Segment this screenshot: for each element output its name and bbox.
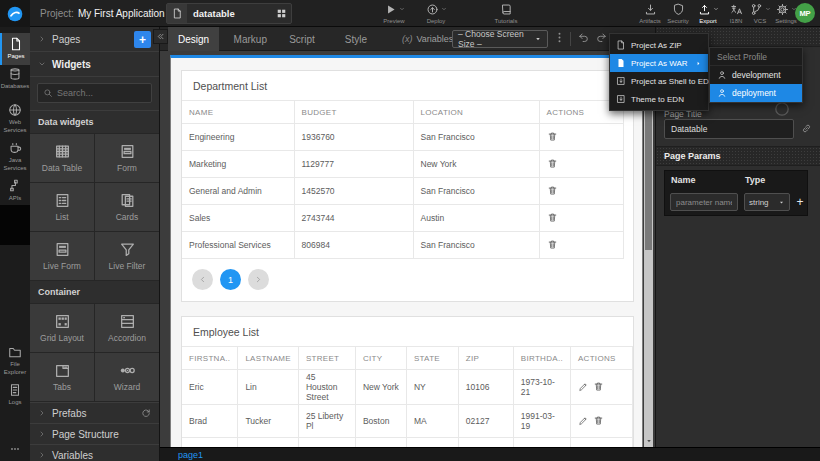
page-grid-icon[interactable] [271,8,291,19]
widget-tile-tabs[interactable]: Tabs [30,353,94,401]
delete-row-icon[interactable] [593,381,604,392]
redo-icon[interactable] [595,31,608,44]
table-row[interactable]: Engineering1936760San Francisco [182,124,623,151]
add-page-button[interactable]: + [134,31,151,48]
section-page-structure[interactable]: Page Structure [30,423,159,444]
column-header[interactable]: LASTNAME [238,347,299,370]
page-tab-page1[interactable]: page1 [178,450,203,460]
param-name-input[interactable] [670,193,738,211]
delete-row-icon[interactable] [547,185,558,196]
wgrid-icon [54,313,71,330]
delete-row-icon[interactable] [547,239,558,250]
refresh-icon[interactable] [141,408,151,418]
table-row[interactable]: Sales2743744Austin [182,205,623,232]
tab-script[interactable]: Script [279,27,325,51]
wform-icon [119,143,136,160]
undo-icon[interactable] [577,31,590,44]
section-prefabs[interactable]: Prefabs [30,402,159,423]
rail-item-logs[interactable]: Logs [0,383,30,407]
bind-link-icon[interactable] [801,123,812,134]
doc-icon [9,37,23,51]
column-header[interactable]: BUDGET [294,101,413,124]
tab-markup[interactable]: Markup [224,27,277,51]
department-panel[interactable]: Department List NAMEBUDGETLOCATIONACTION… [181,70,634,302]
pagination-next-button[interactable] [248,269,269,290]
pagination-prev-button[interactable] [192,269,213,290]
delete-row-icon[interactable] [547,212,558,223]
pages-section-header[interactable]: Pages + [30,27,159,52]
widget-tile-wizard[interactable]: Wizard [95,353,159,401]
more-options-icon[interactable] [553,31,566,44]
delete-row-icon[interactable] [547,158,558,169]
design-canvas-page[interactable]: Department List NAMEBUDGETLOCATIONACTION… [170,55,643,447]
user-avatar[interactable]: MP [795,3,815,23]
section-variables[interactable]: Variables [30,444,159,461]
canvas-scrollbar[interactable] [644,55,653,447]
column-header[interactable]: STATE [406,347,458,370]
rail-item-java-services[interactable]: Java Services [0,141,30,172]
table-row[interactable]: Marketing1129777New York [182,151,623,178]
widget-tile-live-filter[interactable]: Live Filter [95,232,159,280]
widget-tile-live-form[interactable]: Live Form [30,232,94,280]
employee-panel[interactable]: Employee List FIRSTNA..LASTNAMESTREETCIT… [181,316,634,447]
page-title-input[interactable] [664,119,794,139]
tab-design[interactable]: Design [168,27,219,51]
preview-button[interactable]: Preview [374,2,414,24]
deploy-button[interactable]: Deploy [416,2,456,24]
chevron-right-icon [38,35,46,43]
scroll-down-arrow[interactable] [644,436,653,446]
widget-tile-grid-layout[interactable]: Grid Layout [30,304,94,352]
screen-size-select[interactable]: – Choose Screen Size – [452,30,548,48]
edit-row-icon[interactable] [578,382,588,392]
submenu-item-deployment[interactable]: deployment [710,84,802,102]
table-row[interactable]: EricLin45 Houston StreetNew YorkNY101061… [182,370,633,405]
column-header[interactable]: STREET [298,347,355,370]
edit-row-icon[interactable] [578,416,588,426]
delete-row-icon[interactable] [547,131,558,142]
param-type-select[interactable]: string [744,193,790,211]
pagination-page-1[interactable]: 1 [220,269,241,290]
column-header[interactable]: BIRTHDA.. [513,347,570,370]
add-param-button[interactable]: + [793,193,807,211]
submenu-arrow-icon [695,60,702,67]
menu-item-project-as-shell-to-edn[interactable]: Project as Shell to EDN [610,72,708,90]
page-params-table: Name Type string + [664,170,808,216]
page-selector[interactable]: datatable [166,3,292,24]
employee-table[interactable]: FIRSTNA..LASTNAMESTREETCITYSTATEZIPBIRTH… [182,346,633,447]
column-header[interactable]: NAME [182,101,294,124]
widget-tile-list[interactable]: List [30,183,94,231]
table-row[interactable]: Professional Services806984San Francisco [182,232,623,259]
table-row[interactable]: BradTucker25 Liberty PlBostonMA021271991… [182,405,633,438]
wlist-icon [54,192,71,209]
widget-tile-data-table[interactable]: Data Table [30,134,94,182]
app-logo-icon[interactable] [0,0,30,27]
tutorials-button[interactable]: Tutorials [486,2,526,24]
widgets-section-header[interactable]: Widgets [30,52,159,77]
rail-overflow-icon[interactable] [0,443,30,455]
tab-style[interactable]: Style [335,27,377,51]
menu-item-theme-to-edn[interactable]: Theme to EDN [610,90,708,108]
rail-item-file-explorer[interactable]: File Explorer [0,345,30,376]
submenu-item-development[interactable]: development [710,66,802,84]
widget-tile-cards[interactable]: Cards [95,183,159,231]
column-header[interactable]: ZIP [458,347,513,370]
menu-item-project-as-zip[interactable]: Project As ZIP [610,36,708,54]
column-header[interactable]: LOCATION [413,101,539,124]
department-table[interactable]: NAMEBUDGETLOCATIONACTIONSEngineering1936… [182,100,624,259]
rail-item-pages[interactable]: Pages [0,33,30,65]
rail-item-apis[interactable]: APIs [0,179,30,203]
collapse-panel-button[interactable] [153,29,168,44]
column-header[interactable]: FIRSTNA.. [182,347,238,370]
column-header[interactable]: ACTIONS [570,347,632,370]
menu-item-project-as-war[interactable]: Project As WAR [610,54,708,72]
delete-row-icon[interactable] [593,415,604,426]
widget-tile-form[interactable]: Form [95,134,159,182]
rail-item-databases[interactable]: Databases [0,67,30,91]
table-row[interactable]: General and Admin1452570San Francisco [182,178,623,205]
column-header[interactable]: CITY [355,347,406,370]
widget-tile-accordion[interactable]: Accordion [95,304,159,352]
chevron-down-icon [38,60,46,68]
rail-item-web-services[interactable]: Web Services [0,103,30,134]
widget-search-box[interactable] [37,83,152,103]
widget-search-input[interactable] [57,88,146,98]
